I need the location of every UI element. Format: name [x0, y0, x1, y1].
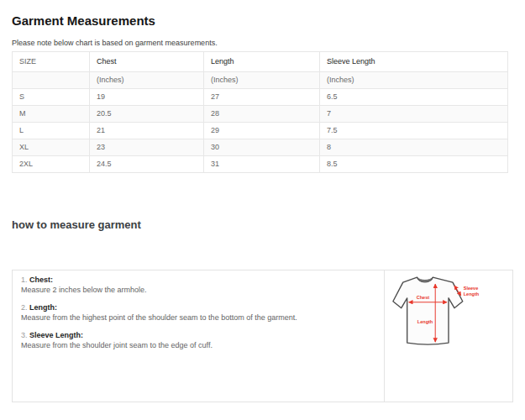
chest-cell: 23: [90, 139, 204, 156]
size-cell: 2XL: [13, 156, 90, 173]
instruction-label: 1. Chest:: [21, 275, 375, 285]
units-cell: (Inches): [90, 72, 204, 89]
column-header-length: Length: [204, 52, 320, 72]
units-cell: (Inches): [204, 72, 320, 89]
size-chart-table: SIZE Chest Length Sleeve Length (Inches)…: [12, 51, 508, 173]
size-cell: M: [13, 106, 90, 123]
chest-cell: 20.5: [90, 106, 204, 123]
instruction-text: Measure 2 inches below the armhole.: [21, 285, 375, 295]
diagram-cell: Chest Length Sleeve Length: [384, 270, 512, 402]
chest-cell: 21: [90, 123, 204, 139]
instruction-text: Measure from the shoulder joint seam to …: [21, 340, 375, 350]
measurements-note: Please note below chart is based on garm…: [12, 39, 513, 48]
length-cell: 28: [204, 106, 320, 123]
how-to-measure-panel: 1. Chest: Measure 2 inches below the arm…: [12, 270, 513, 402]
instruction-text: Measure from the highest point of the sh…: [21, 312, 375, 323]
units-cell: (Inches): [320, 72, 508, 89]
size-cell: XL: [13, 139, 90, 156]
column-header-chest: Chest: [90, 52, 204, 72]
instruction-term: Chest:: [29, 276, 53, 284]
sleeve-cell: 6.5: [320, 89, 508, 106]
instruction-number: 1.: [21, 276, 28, 284]
sleeve-length-arrow-label-line1: Sleeve: [464, 286, 478, 291]
length-cell: 30: [204, 139, 320, 156]
table-units-row: (Inches) (Inches) (Inches): [13, 72, 508, 89]
page: Garment Measurements Please note below c…: [0, 0, 525, 402]
column-header-sleeve-length: Sleeve Length: [320, 52, 508, 72]
tshirt-outline: [393, 277, 463, 344]
instructions-list: 1. Chest: Measure 2 inches below the arm…: [13, 270, 384, 402]
length-cell: 27: [204, 89, 320, 106]
table-row: L 21 29 7.5: [13, 123, 508, 139]
section-heading: how to measure garment: [12, 218, 513, 231]
length-cell: 31: [204, 156, 320, 173]
table-row: S 19 27 6.5: [13, 89, 508, 106]
instruction-label: 2. Length:: [21, 302, 375, 312]
page-title: Garment Measurements: [12, 13, 513, 28]
sleeve-cell: 7: [320, 106, 508, 123]
size-cell: L: [13, 123, 90, 139]
instruction-number: 3.: [21, 331, 28, 339]
table-row: XL 23 30 8: [13, 139, 508, 156]
length-arrow-label: Length: [417, 319, 433, 324]
chest-cell: 19: [90, 89, 204, 106]
size-cell: S: [13, 89, 90, 106]
sleeve-length-arrow-label-line2: Length: [464, 291, 480, 297]
instruction-term: Sleeve Length:: [29, 331, 83, 339]
column-header-size: SIZE: [13, 52, 90, 72]
instruction-number: 2.: [21, 303, 28, 312]
table-row: M 20.5 28 7: [13, 106, 508, 123]
sleeve-cell: 7.5: [320, 123, 508, 139]
sleeve-cell: 8.5: [320, 156, 508, 173]
table-header-row: SIZE Chest Length Sleeve Length: [13, 52, 508, 72]
chest-cell: 24.5: [90, 156, 204, 173]
sleeve-cell: 8: [320, 139, 508, 156]
units-cell-empty: [13, 72, 90, 89]
instruction-label: 3. Sleeve Length:: [21, 330, 375, 340]
instruction-term: Length:: [29, 303, 57, 312]
tshirt-measurement-diagram: Chest Length Sleeve Length: [386, 272, 511, 365]
table-row: 2XL 24.5 31 8.5: [13, 156, 508, 173]
length-cell: 29: [204, 123, 320, 139]
chest-arrow-label: Chest: [417, 295, 429, 300]
